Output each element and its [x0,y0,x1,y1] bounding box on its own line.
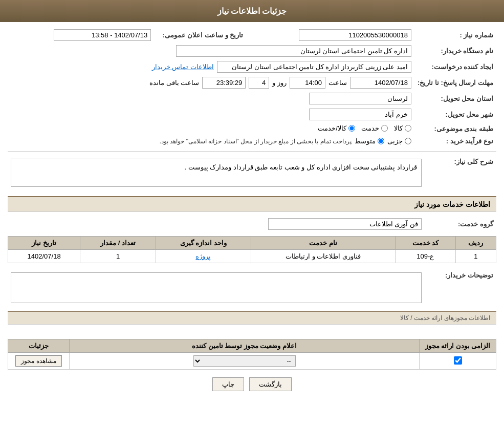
category-goods-radio[interactable] [405,125,411,132]
perm-col-required: الزامی بودن ارائه مجوز [420,339,496,353]
city-value: خرم آباد [309,109,411,120]
publish-datetime-value: 1402/07/13 - 13:58 [54,29,151,41]
required-checkbox[interactable] [454,356,462,365]
main-info-table: شماره نیاز : 1102005530000018 تاریخ و سا… [8,27,496,147]
purchase-type-label: نوع فرآیند خرید : [414,135,496,147]
purchase-medium-option: متوسط [355,137,384,145]
row-need-number: شماره نیاز : 1102005530000018 تاریخ و سا… [8,27,496,43]
row-response-deadline: مهلت ارسال پاسخ: تا تاریخ: 1402/07/18 سا… [8,75,496,91]
col-unit: واحد اندازه گیری [156,237,251,250]
buyer-org-label: نام دستگاه خریدار: [414,43,496,59]
need-desc-label: شرح کلی نیاز: [425,155,496,191]
purchase-medium-label: متوسط [355,137,376,145]
row-buyer-org: نام دستگاه خریدار: اداره کل تامین اجتماع… [8,43,496,59]
page-title: جزئیات اطلاعات نیاز [217,7,287,15]
unit-link[interactable]: پروژه [195,252,211,260]
status-select[interactable]: -- [193,355,296,367]
response-days-value: 4 [249,77,269,89]
col-code: کد خدمت [395,237,455,250]
response-remaining-label: ساعت باقی مانده [149,79,199,87]
need-number-label: شماره نیاز : [414,27,496,43]
page-wrapper: جزئیات اطلاعات نیاز شماره نیاز : 1102005… [0,0,504,448]
province-value: لرستان [309,93,411,104]
perm-col-details: جزئیات [8,339,70,353]
separator-1 [8,151,496,152]
response-remaining-value: 23:39:29 [202,77,246,89]
need-number-value: 1102005530000018 [299,29,411,41]
response-date-value: 1402/07/18 [350,77,411,89]
row-purchase-type: نوع فرآیند خرید : جزیی متوسط پرداخت تمام… [8,135,496,147]
page-header: جزئیات اطلاعات نیاز [0,0,504,22]
service-group-value: فن آوری اطلاعات [268,218,422,230]
category-goods-option: کالا [394,124,411,132]
buyer-desc-table: توضیحات خریدار: [8,268,496,307]
buyer-desc-label: توضیحات خریدار: [425,268,496,307]
purchase-partial-radio[interactable] [405,138,411,144]
response-deadline-label: مهلت ارسال پاسخ: تا تاریخ: [414,75,496,91]
category-goods-service-radio[interactable] [348,125,355,132]
col-row: ردیف [455,237,496,250]
category-goods-service-label: کالا/خدمت [318,124,346,132]
permissions-table: الزامی بودن ارائه مجوز اعلام وضعیت مجوز … [8,339,496,370]
province-label: استان محل تحویل: [414,91,496,106]
response-time-value: 14:00 [290,77,325,89]
city-label: شهر محل تحویل: [414,106,496,122]
category-service-label: خدمت [361,124,379,132]
back-button[interactable]: بازگشت [249,377,292,391]
creator-label: ایجاد کننده درخواست: [414,59,496,75]
col-date: تاریخ نیاز [8,237,80,250]
row-creator: ایجاد کننده درخواست: امید علی زرینی کارب… [8,59,496,75]
print-button[interactable]: چاپ [212,377,244,391]
category-goods-service-option: کالا/خدمت [318,124,355,132]
permissions-section-title: اطلاعات مجوزهای ارائه خدمت / کالا [8,311,496,325]
purchase-partial-label: جزیی [387,137,403,145]
main-content: شماره نیاز : 1102005530000018 تاریخ و سا… [0,22,504,404]
purchase-partial-option: جزیی [387,137,411,145]
creator-contact-link[interactable]: اطلاعات تماس خریدار [152,63,214,71]
publish-datetime-label: تاریخ و ساعت اعلان عمومی: [154,27,246,43]
category-service-option: خدمت [361,124,388,132]
purchase-medium-radio[interactable] [378,138,384,144]
perm-col-status: اعلام وضعیت مجوز توسط تامین کننده [70,339,420,353]
row-city: شهر محل تحویل: خرم آباد [8,106,496,122]
col-quantity: تعداد / مقدار [80,237,156,250]
category-service-radio[interactable] [381,125,388,132]
bottom-buttons: بازگشت چاپ [8,370,496,399]
need-desc-value: قرارداد پشتیبانی سخت افزاری اداره کل و ش… [11,159,422,187]
service-group-table: گروه خدمت: فن آوری اطلاعات [8,216,496,232]
table-row: --مشاهده مجوز [8,353,496,370]
buyer-org-value: اداره کل تامین اجتماعی استان لرستان [176,45,411,57]
creator-value: امید علی زرینی کاربرداز اداره کل تامین ا… [217,61,411,73]
table-row: 1ع-109فناوری اطلاعات و ارتباطاتپروژه1140… [8,250,496,263]
purchase-type-note: پرداخت تمام یا بخشی از مبلغ خریدار از مح… [160,138,352,145]
row-province: استان محل تحویل: لرستان [8,91,496,106]
services-table: ردیف کد خدمت نام خدمت واحد اندازه گیری ت… [8,236,496,263]
services-section-title: اطلاعات خدمات مورد نیاز [8,196,496,212]
response-time-label: ساعت [328,79,347,87]
category-goods-label: کالا [394,124,403,132]
service-group-label: گروه خدمت: [425,216,496,232]
response-days-label: روز و [272,79,287,87]
buyer-desc-value [11,272,422,303]
col-name: نام خدمت [251,237,396,250]
category-label: طبقه بندی موضوعی: [414,122,496,135]
row-category: طبقه بندی موضوعی: کالا خدمت [8,122,496,135]
view-permit-button[interactable]: مشاهده مجوز [15,355,61,367]
need-desc-table: شرح کلی نیاز: قرارداد پشتیبانی سخت افزار… [8,155,496,191]
